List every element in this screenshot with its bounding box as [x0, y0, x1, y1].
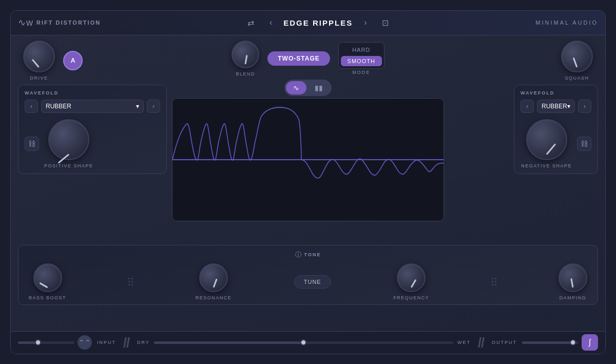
output-slider[interactable]: [522, 341, 579, 344]
frequency-knob-container: FREQUENCY: [393, 263, 429, 300]
top-controls-left: DRIVE A: [18, 41, 167, 81]
drive-label: DRIVE: [30, 75, 48, 81]
plugin-name: RIFT DISTORTION: [36, 20, 101, 26]
dry-wet-slider[interactable]: [154, 341, 453, 344]
left-wavefold-bottom: ⛓ POSITIVE SHAPE: [25, 119, 160, 168]
negative-shape-knob-container: NEGATIVE SHAPE: [521, 119, 572, 168]
input-label: INPUT: [97, 340, 116, 345]
tone-header: ⓘ TONE: [29, 251, 587, 259]
save-preset-button[interactable]: ⊡: [378, 16, 393, 30]
right-wavefold-header: WAVEFOLD: [521, 90, 591, 95]
mode-smooth-option[interactable]: SMOOTH: [341, 56, 382, 66]
dry-wet-section: DRY WET: [137, 340, 471, 345]
left-wf-next-button[interactable]: ›: [147, 100, 160, 113]
footer: ⌃⌃ INPUT DRY WET OUTPUT: [11, 331, 605, 354]
top-section: DRIVE A WAVEFOLD ‹ RUBBER ▾ ›: [18, 41, 598, 241]
drive-knob[interactable]: [23, 41, 55, 72]
preset-name: EDGE RIPPLES: [283, 18, 353, 27]
positive-shape-knob[interactable]: [48, 119, 89, 160]
damping-knob[interactable]: [559, 263, 587, 292]
waveform-svg: [172, 99, 444, 221]
prev-preset-button[interactable]: ‹: [265, 16, 276, 29]
positive-shape-label: POSITIVE SHAPE: [44, 163, 93, 168]
left-wf-value: RUBBER: [46, 103, 71, 110]
tone-controls: BASS BOOST RESONANCE TUNE FREQUE: [29, 263, 587, 300]
header: ∿w RIFT DISTORTION ⇄ ‹ EDGE RIPPLES › ⊡ …: [11, 11, 605, 35]
tune-button[interactable]: TUNE: [294, 275, 331, 289]
left-wavefold-selector: ‹ RUBBER ▾ ›: [25, 100, 160, 113]
right-wf-value: RUBBER: [542, 103, 567, 110]
blend-knob-container: BLEND: [232, 41, 259, 76]
right-link-button[interactable]: ⛓: [577, 137, 591, 151]
squash-knob-container: SQUASH: [561, 41, 593, 81]
left-wavefold-header: WAVEFOLD: [25, 90, 160, 95]
bass-boost-knob[interactable]: [33, 263, 62, 292]
main-content: DRIVE A WAVEFOLD ‹ RUBBER ▾ ›: [11, 35, 605, 331]
squash-knob[interactable]: [561, 41, 593, 72]
left-wf-chevron: ▾: [136, 103, 139, 110]
resonance-knob[interactable]: [199, 263, 228, 292]
mode-hard-option[interactable]: HARD: [341, 45, 382, 55]
bass-boost-label: BASS BOOST: [29, 295, 66, 300]
right-wf-select[interactable]: RUBBER ▾: [537, 100, 575, 113]
plugin-container: ∿w RIFT DISTORTION ⇄ ‹ EDGE RIPPLES › ⊡ …: [10, 10, 606, 354]
left-link-button[interactable]: ⛓: [25, 137, 39, 151]
center-panel: BLEND TWO-STAGE HARD SMOOTH MODE ∿ ▮▮: [172, 41, 444, 221]
wave-tab-sine[interactable]: ∿: [286, 81, 306, 94]
header-title-section: ⇄ ‹ EDGE RIPPLES › ⊡: [101, 16, 535, 30]
auto-button[interactable]: A: [63, 51, 83, 70]
wave-tab-bars[interactable]: ▮▮: [307, 81, 330, 94]
right-wavefold-bottom: NEGATIVE SHAPE ⛓: [521, 119, 591, 168]
tone-icon: ⓘ: [295, 251, 301, 259]
positive-shape-knob-container: POSITIVE SHAPE: [44, 119, 93, 168]
input-slider[interactable]: [18, 341, 74, 344]
top-controls-right: SQUASH: [449, 41, 598, 81]
mode-selector: HARD SMOOTH: [338, 42, 384, 69]
frequency-knob[interactable]: [397, 263, 426, 292]
right-wf-chevron: ▾: [567, 103, 570, 110]
left-panel: DRIVE A WAVEFOLD ‹ RUBBER ▾ ›: [18, 41, 167, 174]
negative-shape-knob[interactable]: [526, 119, 567, 160]
right-wf-next-button[interactable]: ›: [578, 100, 591, 113]
squash-label: SQUASH: [565, 75, 589, 81]
dry-label: DRY: [137, 340, 150, 345]
output-section: ∫: [522, 334, 598, 351]
damping-label: DAMPING: [560, 295, 587, 300]
left-wavefold-section: WAVEFOLD ‹ RUBBER ▾ › ⛓ POSITIVE SH: [18, 85, 167, 174]
tone-label: TONE: [304, 252, 321, 257]
damping-knob-container: DAMPING: [559, 263, 587, 300]
brand-name: MINIMAL AUDIO: [535, 20, 598, 26]
left-wf-prev-button[interactable]: ‹: [25, 100, 38, 113]
output-label: OUTPUT: [492, 340, 517, 345]
center-top-controls: BLEND TWO-STAGE HARD SMOOTH MODE: [172, 41, 444, 76]
waveform-display: [172, 98, 444, 221]
output-special-button[interactable]: ∫: [582, 334, 598, 351]
header-logo: ∿w RIFT DISTORTION: [18, 17, 101, 28]
next-preset-button[interactable]: ›: [360, 16, 371, 29]
dots-separator-2: [492, 278, 496, 285]
resonance-label: RESONANCE: [196, 295, 232, 300]
input-expand-button[interactable]: ⌃⌃: [78, 335, 92, 350]
right-panel: SQUASH WAVEFOLD ‹ RUBBER ▾ ›: [449, 41, 598, 174]
drive-knob-container: DRIVE: [23, 41, 55, 81]
resonance-knob-container: RESONANCE: [196, 263, 232, 300]
shuffle-button[interactable]: ⇄: [243, 16, 258, 30]
input-section: ⌃⌃: [18, 335, 92, 350]
blend-label: BLEND: [236, 71, 256, 76]
dots-separator-1: [128, 278, 133, 285]
negative-shape-label: NEGATIVE SHAPE: [521, 163, 572, 168]
left-wf-select[interactable]: RUBBER ▾: [41, 100, 144, 113]
right-wavefold-section: WAVEFOLD ‹ RUBBER ▾ › NEGATIVE SHAPE: [514, 85, 598, 174]
blend-knob[interactable]: [232, 41, 259, 68]
right-wavefold-selector: ‹ RUBBER ▾ ›: [521, 100, 591, 113]
logo-icon: ∿w: [18, 17, 33, 28]
waveform-tabs: ∿ ▮▮: [284, 80, 332, 96]
bass-boost-knob-container: BASS BOOST: [29, 263, 66, 300]
right-wf-prev-button[interactable]: ‹: [521, 100, 534, 113]
bottom-section: ⓘ TONE BASS BOOST RESONANCE: [18, 245, 598, 305]
frequency-label: FREQUENCY: [393, 295, 429, 300]
two-stage-button[interactable]: TWO-STAGE: [267, 51, 330, 66]
wet-label: WET: [457, 340, 471, 345]
mode-label: MODE: [352, 70, 370, 75]
